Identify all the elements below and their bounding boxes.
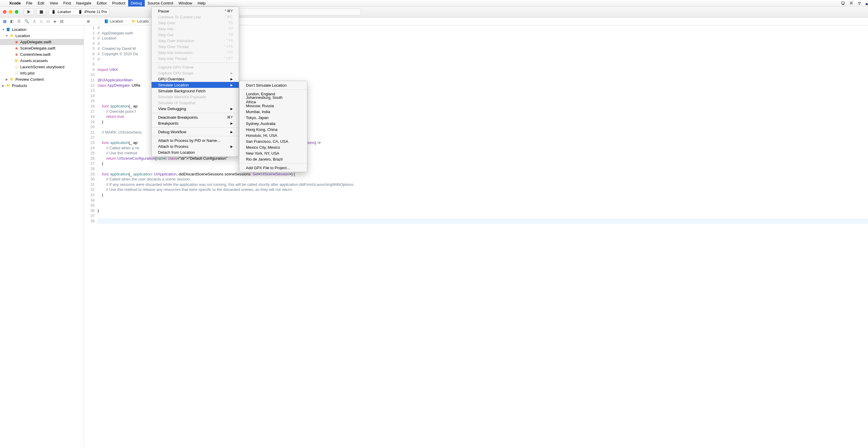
xcode-toolbar: 📱 Location 〉 📱 iPhone 11 Pro ation on iP… [0, 6, 868, 18]
menu-item[interactable]: Mexico City, Mexico [239, 144, 307, 150]
menubar-tray: ⌘ [841, 1, 866, 5]
menu-item: Continue To Current Line⌃⌘C [152, 14, 239, 20]
menu-item[interactable]: Breakpoints▶ [152, 120, 239, 126]
navigator-tabs: ▦ ◧ ☰ 🔍 ⚠ ◇ ▭ ◈ ▤ [0, 19, 84, 24]
simulate-location-submenu: Don't Simulate LocationLondon, EnglandJo… [239, 81, 307, 172]
minimize-window-button[interactable] [9, 10, 12, 14]
menu-item[interactable]: Don't Simulate Location [239, 82, 307, 88]
menu-help[interactable]: Help [195, 0, 208, 6]
report-navigator-icon[interactable]: ▤ [60, 19, 63, 24]
tabbar: ▦ ◧ ☰ 🔍 ⚠ ◇ ▭ ◈ ▤ ⊞ 〈 〉 📘Location 〉 📁Loc… [0, 18, 868, 25]
menu-item[interactable]: View Debugging▶ [152, 106, 239, 112]
menu-item[interactable]: GPU Overrides▶ [152, 76, 239, 82]
menu-item: Step Over Thread⌃⇧F6 [152, 43, 239, 50]
test-navigator-icon[interactable]: ◇ [40, 19, 43, 24]
menu-debug[interactable]: Debug [128, 0, 145, 6]
run-button[interactable] [24, 8, 34, 16]
screen-mirror-icon[interactable] [841, 1, 845, 5]
menu-item[interactable]: Deactivate Breakpoints⌘Y [152, 114, 239, 120]
bluetooth-icon[interactable]: ⌘ [849, 1, 853, 5]
menu-item[interactable]: Sydney, Australia [239, 120, 307, 126]
menu-view[interactable]: View [47, 0, 61, 6]
issue-navigator-icon[interactable]: ⚠ [33, 19, 36, 24]
menu-item[interactable]: Pause⌃⌘Y [152, 8, 239, 14]
scheme-selector[interactable]: 📱 Location 〉 📱 iPhone 11 Pro [49, 9, 110, 15]
tree-file-contentview[interactable]: ◉ContentView.swift [0, 51, 84, 58]
tree-file-infoplist[interactable]: 📄Info.plist [0, 70, 84, 76]
menu-item[interactable]: Moscow, Russia [239, 103, 307, 109]
menu-item[interactable]: Honolulu, HI, USA [239, 132, 307, 138]
tree-root[interactable]: ▼📘Location [0, 26, 84, 33]
menu-item[interactable]: Debug Workflow▶ [152, 129, 239, 135]
jump-project[interactable]: Location [110, 19, 123, 24]
scheme-project-label: Location [58, 10, 71, 14]
menu-item: Step OverF6 [152, 20, 239, 26]
menu-item[interactable]: Simulate Location▶ [152, 82, 239, 88]
menu-item[interactable]: San Francisco, CA, USA [239, 138, 307, 144]
svg-rect-0 [842, 2, 845, 4]
tree-file-scenedelegate[interactable]: ◉SceneDelegate.swift [0, 45, 84, 51]
tree-file-assets[interactable]: 📁Assets.xcassets [0, 58, 84, 64]
jump-bar[interactable]: ⊞ 〈 〉 📘Location 〉 📁Locatio [84, 19, 152, 24]
chevron-right-icon: 〉 [73, 9, 76, 14]
menu-item[interactable]: Attach to Process by PID or Name… [152, 138, 239, 143]
wifi-icon[interactable] [857, 1, 862, 5]
close-window-button[interactable] [3, 10, 6, 14]
source-control-navigator-icon[interactable]: ◧ [10, 19, 13, 24]
find-navigator-icon[interactable]: 🔍 [24, 19, 29, 24]
menu-edit[interactable]: Edit [35, 0, 47, 6]
macos-menubar: Xcode File Edit View Find Navigate Edito… [0, 0, 868, 6]
menu-editor[interactable]: Editor [94, 0, 110, 6]
menu-item[interactable]: Detach from Location [152, 149, 239, 155]
tree-preview-content[interactable]: ▶📁Preview Content [0, 76, 84, 83]
scheme-device-label: iPhone 11 Pro [84, 10, 107, 14]
menu-item[interactable]: Attach to Process▶ [152, 143, 239, 149]
menu-item: Simulate UI Snapshot [152, 100, 239, 106]
menu-item[interactable]: Rio de Janeiro, Brazil [239, 156, 307, 162]
menu-item[interactable]: Hong Kong, China [239, 126, 307, 132]
menu-item: Step Into Instruction⌃F7 [152, 50, 239, 56]
device-icon: 📱 [78, 10, 83, 14]
menu-item: Step IntoF7 [152, 26, 239, 32]
window-controls [3, 10, 19, 14]
project-navigator-icon[interactable]: ▦ [3, 19, 6, 24]
menu-item: Step OutF8 [152, 32, 239, 38]
menu-source-control[interactable]: Source Control [145, 0, 176, 6]
menu-item: Simulate MetricKit Payloads [152, 94, 239, 100]
menu-item: Step Over Instruction⌃F6 [152, 38, 239, 43]
debug-dropdown-menu: Pause⌃⌘YContinue To Current Line⌃⌘CStep … [151, 6, 239, 157]
breakpoint-navigator-icon[interactable]: ◈ [53, 19, 56, 24]
forward-button[interactable]: 〉 [98, 19, 102, 24]
app-icon: 📱 [51, 10, 56, 14]
line-number-gutter: 1234567891011121314151617181920212223242… [84, 25, 98, 224]
jump-folder[interactable]: Locatio [137, 19, 149, 24]
svg-rect-2 [40, 10, 43, 14]
menu-navigate[interactable]: Navigate [73, 0, 94, 6]
tree-group[interactable]: ▼📁Location [0, 33, 84, 39]
tree-file-appdelegate[interactable]: ◉AppDelegate.swift [0, 39, 84, 45]
menu-item[interactable]: Simulate Background Fetch [152, 88, 239, 94]
tree-products[interactable]: ▶📁Products [0, 83, 84, 89]
main-split: ▼📘Location ▼📁Location ◉AppDelegate.swift… [0, 25, 868, 447]
menu-window[interactable]: Window [176, 0, 195, 6]
project-navigator[interactable]: ▼📘Location ▼📁Location ◉AppDelegate.swift… [0, 25, 84, 447]
menu-item[interactable]: Johannesburg, South Africa [239, 97, 307, 103]
zoom-window-button[interactable] [15, 10, 19, 14]
menu-item: Step Into Thread⌃⇧F7 [152, 56, 239, 61]
menu-find[interactable]: Find [61, 0, 73, 6]
back-button[interactable]: 〈 [92, 19, 96, 24]
stop-button[interactable] [36, 8, 46, 16]
menu-item[interactable]: New York, NY, USA [239, 150, 307, 156]
menu-app[interactable]: Xcode [6, 0, 24, 6]
menu-product[interactable]: Product [110, 0, 128, 6]
menu-item[interactable]: Tokyo, Japan [239, 115, 307, 120]
menu-item[interactable]: Mumbai, India [239, 109, 307, 115]
symbol-navigator-icon[interactable]: ☰ [17, 19, 21, 24]
related-items-icon[interactable]: ⊞ [87, 19, 90, 24]
debug-navigator-icon[interactable]: ▭ [46, 19, 50, 24]
menu-item: Capture GPU Scope▶ [152, 70, 239, 76]
menu-item[interactable]: Add GPX File to Project… [239, 165, 307, 171]
tree-file-launchscreen[interactable]: ◫LaunchScreen.storyboard [0, 64, 84, 70]
menu-item: Capture GPU Frame [152, 64, 239, 70]
menu-file[interactable]: File [24, 0, 35, 6]
